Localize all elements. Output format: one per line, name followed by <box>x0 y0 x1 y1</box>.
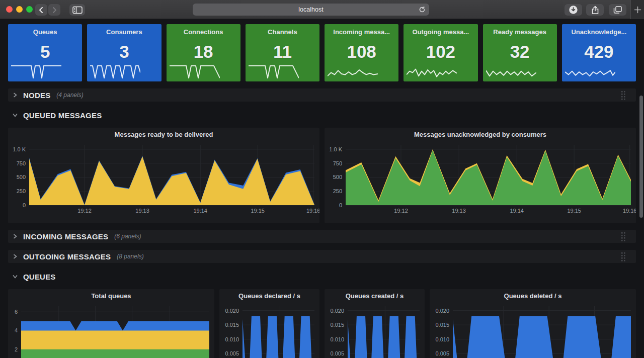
sparkline <box>407 64 457 79</box>
svg-text:750: 750 <box>17 160 26 166</box>
sparkline <box>486 64 536 79</box>
row-header-queues[interactable]: QUEUES <box>8 270 636 283</box>
panel-title[interactable]: Queues declared / s <box>219 289 319 302</box>
row-header-incoming-messages[interactable]: INCOMING MESSAGES (6 panels) <box>8 230 636 243</box>
svg-text:0.020: 0.020 <box>330 308 344 314</box>
svg-text:19:14: 19:14 <box>510 208 524 214</box>
panel-queues-created: Queues created / s 0.0050.0100.0150.020 <box>325 289 425 358</box>
grafana-dashboard: Queues5Consumers3Connections18Channels11… <box>0 19 644 358</box>
panel-title[interactable]: Total queues <box>8 289 214 302</box>
tab-overview-button[interactable] <box>609 4 626 16</box>
messages-ready-chart[interactable]: 02505007501.0 K19:1219:1319:1419:1519:16 <box>8 141 319 223</box>
stat-title[interactable]: Ready messages <box>493 28 546 36</box>
panel-title[interactable]: Queues deleted / s <box>430 289 636 302</box>
downloads-button[interactable] <box>565 4 582 16</box>
sidebar-icon <box>72 6 83 14</box>
back-button[interactable] <box>35 4 47 16</box>
stat-value: 429 <box>584 42 613 61</box>
stat-value: 3 <box>119 42 129 61</box>
stat-value: 32 <box>510 42 530 61</box>
stat-panel-queues[interactable]: Queues5 <box>8 24 82 81</box>
stat-title[interactable]: Incoming messa... <box>333 28 390 36</box>
drag-handle-icon[interactable] <box>621 232 626 243</box>
zoom-button[interactable] <box>26 6 33 13</box>
plus-icon <box>634 6 641 14</box>
svg-text:19:12: 19:12 <box>394 208 408 214</box>
sparkline <box>328 64 378 79</box>
stat-value: 108 <box>347 42 376 61</box>
svg-text:250: 250 <box>333 188 342 194</box>
svg-text:0.010: 0.010 <box>225 336 239 342</box>
panel-title[interactable]: Messages unacknowledged by consumers <box>325 128 636 141</box>
chevron-down-icon <box>12 274 19 280</box>
stat-panel-connections[interactable]: Connections18 <box>167 24 240 81</box>
row-title: OUTGOING MESSAGES <box>23 252 111 261</box>
panel-queues-deleted: Queues deleted / s 0.0050.0100.0150.020 <box>430 289 636 358</box>
url-text: localhost <box>298 6 323 13</box>
svg-text:0: 0 <box>339 202 342 208</box>
stat-panel-outgoing-messa[interactable]: Outgoing messa...102 <box>404 24 477 81</box>
svg-text:250: 250 <box>17 188 26 194</box>
stat-title[interactable]: Connections <box>184 28 223 36</box>
close-button[interactable] <box>6 6 13 13</box>
svg-text:6: 6 <box>15 309 18 315</box>
stat-panel-ready-messages[interactable]: Ready messages32 <box>483 24 557 81</box>
total-queues-chart[interactable]: 246 <box>8 302 214 358</box>
row-title: QUEUED MESSAGES <box>23 111 102 120</box>
chevron-left-icon <box>37 6 45 14</box>
stat-title[interactable]: Outgoing messa... <box>413 28 469 36</box>
svg-text:0: 0 <box>23 202 26 208</box>
svg-text:19:14: 19:14 <box>193 208 207 214</box>
drag-handle-icon[interactable] <box>621 91 626 102</box>
row-header-outgoing-messages[interactable]: OUTGOING MESSAGES (8 panels) <box>8 250 636 263</box>
svg-text:0.015: 0.015 <box>225 322 239 328</box>
panel-title[interactable]: Messages ready to be delivered <box>8 128 319 141</box>
download-icon <box>569 5 578 15</box>
address-bar[interactable]: localhost <box>193 4 429 16</box>
forward-button[interactable] <box>48 4 60 16</box>
queues-declared-chart[interactable]: 0.0050.0100.0150.020 <box>219 302 319 358</box>
queues-deleted-chart[interactable]: 0.0050.0100.0150.020 <box>430 302 636 358</box>
chevron-right-icon <box>12 92 19 98</box>
stat-title[interactable]: Queues <box>33 28 57 36</box>
queues-created-chart[interactable]: 0.0050.0100.0150.020 <box>325 302 425 358</box>
panel-messages-ready: Messages ready to be delivered 025050075… <box>8 128 319 223</box>
stats-row: Queues5Consumers3Connections18Channels11… <box>8 24 636 81</box>
stat-title[interactable]: Unacknowledge... <box>571 28 626 36</box>
stat-panel-incoming-messa[interactable]: Incoming messa...108 <box>325 24 398 81</box>
panel-total-queues: Total queues 246 <box>8 289 214 358</box>
stat-title[interactable]: Consumers <box>106 28 142 36</box>
row-panel-count: (4 panels) <box>56 92 83 99</box>
chevron-down-icon <box>12 112 19 118</box>
stat-title[interactable]: Channels <box>268 28 297 36</box>
share-button[interactable] <box>586 4 604 16</box>
new-tab-button[interactable] <box>630 0 644 19</box>
row-panel-count: (8 panels) <box>117 253 143 260</box>
stat-panel-channels[interactable]: Channels11 <box>246 24 319 81</box>
svg-text:19:13: 19:13 <box>452 208 466 214</box>
browser-chrome: localhost <box>0 0 644 19</box>
svg-text:500: 500 <box>17 174 26 180</box>
svg-text:2: 2 <box>15 346 18 352</box>
svg-text:19:13: 19:13 <box>135 208 149 214</box>
minimize-button[interactable] <box>16 6 23 13</box>
chevron-right-icon <box>12 253 19 259</box>
stat-panel-consumers[interactable]: Consumers3 <box>87 24 161 81</box>
scrollbar-thumb[interactable] <box>639 96 643 218</box>
stat-panel-unacknowledge[interactable]: Unacknowledge...429 <box>562 24 636 81</box>
svg-text:19:16: 19:16 <box>306 208 319 214</box>
row-title: NODES <box>23 91 50 100</box>
row-header-nodes[interactable]: NODES (4 panels) <box>8 88 636 102</box>
svg-text:0.015: 0.015 <box>330 322 344 328</box>
row-panel-count: (6 panels) <box>114 233 141 240</box>
svg-text:0.005: 0.005 <box>330 350 344 356</box>
row-header-queued-messages[interactable]: QUEUED MESSAGES <box>8 109 636 122</box>
stat-value: 5 <box>40 42 50 61</box>
panel-title[interactable]: Queues created / s <box>325 289 425 302</box>
sidebar-toggle-button[interactable] <box>69 4 85 16</box>
drag-handle-icon[interactable] <box>621 252 626 263</box>
svg-text:19:12: 19:12 <box>77 208 92 214</box>
reload-button[interactable] <box>419 6 426 15</box>
reload-icon <box>419 6 426 13</box>
messages-unacknowledged-chart[interactable]: 02505007501.0 K19:1219:1319:1419:1519:16 <box>325 141 636 223</box>
